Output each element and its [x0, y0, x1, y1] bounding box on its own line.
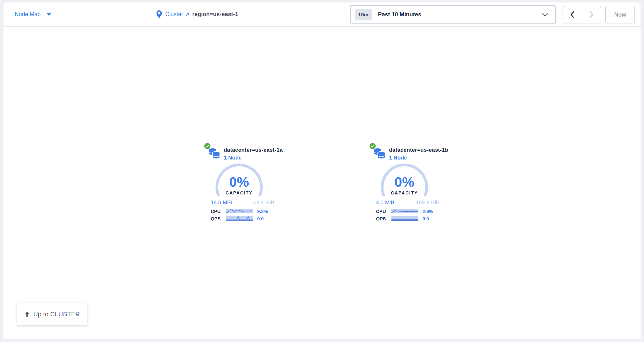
qps-value: 0.0	[257, 216, 264, 222]
time-range-label: Past 10 Minutes	[378, 11, 421, 18]
qps-label: QPS	[211, 216, 220, 222]
map-canvas: datacenter=us-east-1a 1 Node 0% CAPACITY…	[4, 27, 640, 339]
top-toolbar: Node Map Cluster > region=us-east-1 10m …	[4, 2, 640, 26]
chevron-down-icon	[46, 13, 51, 16]
time-range-dropdown[interactable]: 10m Past 10 Minutes	[350, 5, 556, 24]
locality-card-us-east-1a[interactable]: datacenter=us-east-1a 1 Node 0% CAPACITY…	[204, 141, 274, 222]
time-nav-arrows	[562, 6, 601, 23]
locality-node-count[interactable]: 1 Node	[224, 155, 242, 161]
capacity-label: CAPACITY	[369, 191, 440, 196]
view-mode-label: Node Map	[15, 11, 40, 17]
cpu-metric-row: CPU 2.6%	[376, 209, 440, 214]
time-next-button[interactable]	[582, 6, 601, 23]
location-pin-icon	[156, 10, 162, 18]
up-to-cluster-button[interactable]: Up to CLUSTER	[17, 303, 87, 326]
arrow-up-icon	[24, 311, 30, 317]
capacity-label: CAPACITY	[204, 191, 274, 196]
capacity-total: 169.4 GiB	[416, 199, 440, 206]
cpu-label: CPU	[211, 209, 220, 214]
breadcrumb-cluster-link[interactable]: Cluster	[165, 11, 183, 17]
breadcrumb: Cluster > region=us-east-1	[156, 2, 238, 26]
capacity-values: 4.0 MiB 169.4 GiB	[376, 199, 440, 206]
cpu-sparkline	[392, 209, 418, 213]
breadcrumb-separator: >	[186, 11, 189, 17]
qps-sparkline	[226, 216, 253, 221]
view-mode-dropdown[interactable]: Node Map	[15, 2, 51, 26]
node-map-page: Node Map Cluster > region=us-east-1 10m …	[0, 0, 644, 342]
capacity-used: 4.0 MiB	[376, 199, 394, 206]
cpu-label: CPU	[376, 209, 386, 214]
cpu-value: 9.2%	[257, 209, 268, 214]
capacity-total: 169.4 GiB	[250, 199, 274, 206]
capacity-percent: 0%	[369, 174, 440, 190]
locality-title: datacenter=us-east-1a	[224, 147, 283, 153]
locality-card-us-east-1b[interactable]: datacenter=us-east-1b 1 Node 0% CAPACITY…	[369, 141, 440, 222]
chevron-left-icon	[570, 11, 575, 18]
time-range-badge: 10m	[355, 9, 372, 20]
qps-sparkline	[392, 216, 418, 221]
capacity-percent: 0%	[204, 174, 274, 190]
qps-value: 0.0	[422, 216, 429, 222]
up-to-cluster-label: Up to CLUSTER	[33, 311, 80, 318]
capacity-used: 14.0 MiB	[211, 199, 232, 206]
capacity-values: 14.0 MiB 169.4 GiB	[211, 199, 274, 206]
datacenter-icon	[208, 148, 220, 160]
breadcrumb-current: region=us-east-1	[192, 11, 238, 17]
chevron-down-icon	[542, 13, 548, 17]
datacenter-icon	[374, 148, 386, 160]
locality-title: datacenter=us-east-1b	[389, 147, 448, 153]
locality-node-count[interactable]: 1 Node	[389, 155, 407, 161]
qps-metric-row: QPS 0.0	[211, 216, 274, 221]
qps-label: QPS	[376, 216, 386, 222]
cpu-metric-row: CPU 9.2%	[211, 209, 274, 214]
now-button[interactable]: Now	[605, 6, 635, 23]
time-prev-button[interactable]	[563, 6, 582, 23]
cpu-value: 2.6%	[422, 209, 433, 214]
cpu-sparkline	[226, 209, 253, 213]
chevron-right-icon	[589, 11, 594, 18]
header-divider	[339, 5, 339, 24]
qps-metric-row: QPS 0.0	[376, 216, 440, 221]
